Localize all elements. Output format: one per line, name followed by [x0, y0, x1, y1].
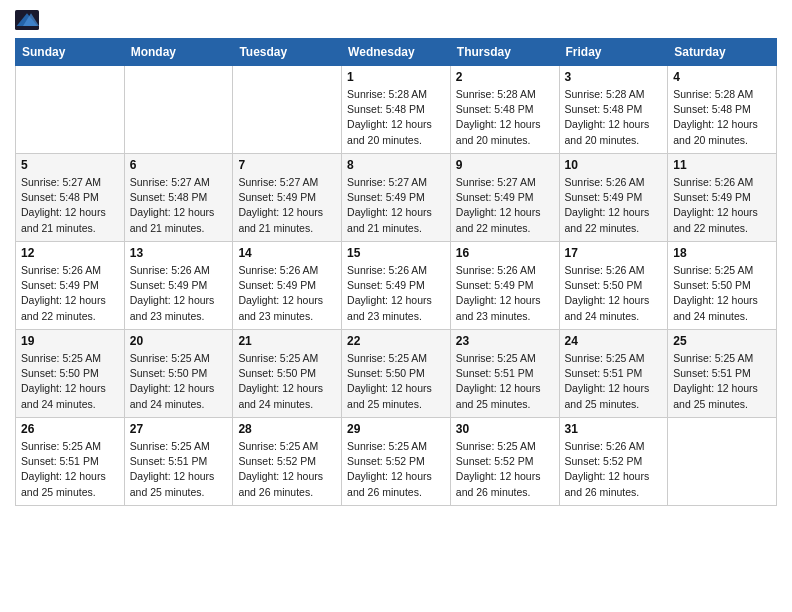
day-number: 9 — [456, 158, 554, 172]
day-info: Sunrise: 5:25 AMSunset: 5:51 PMDaylight:… — [130, 439, 228, 500]
day-cell: 18Sunrise: 5:25 AMSunset: 5:50 PMDayligh… — [668, 242, 777, 330]
day-number: 31 — [565, 422, 663, 436]
day-cell: 31Sunrise: 5:26 AMSunset: 5:52 PMDayligh… — [559, 418, 668, 506]
day-number: 23 — [456, 334, 554, 348]
day-info: Sunrise: 5:25 AMSunset: 5:50 PMDaylight:… — [130, 351, 228, 412]
day-number: 3 — [565, 70, 663, 84]
day-number: 24 — [565, 334, 663, 348]
day-info: Sunrise: 5:27 AMSunset: 5:48 PMDaylight:… — [21, 175, 119, 236]
day-cell — [16, 66, 125, 154]
day-cell: 24Sunrise: 5:25 AMSunset: 5:51 PMDayligh… — [559, 330, 668, 418]
day-number: 19 — [21, 334, 119, 348]
day-number: 13 — [130, 246, 228, 260]
day-cell: 25Sunrise: 5:25 AMSunset: 5:51 PMDayligh… — [668, 330, 777, 418]
day-cell: 8Sunrise: 5:27 AMSunset: 5:49 PMDaylight… — [342, 154, 451, 242]
day-cell: 13Sunrise: 5:26 AMSunset: 5:49 PMDayligh… — [124, 242, 233, 330]
day-cell: 2Sunrise: 5:28 AMSunset: 5:48 PMDaylight… — [450, 66, 559, 154]
day-info: Sunrise: 5:26 AMSunset: 5:49 PMDaylight:… — [347, 263, 445, 324]
day-info: Sunrise: 5:26 AMSunset: 5:49 PMDaylight:… — [238, 263, 336, 324]
day-info: Sunrise: 5:25 AMSunset: 5:51 PMDaylight:… — [565, 351, 663, 412]
day-info: Sunrise: 5:25 AMSunset: 5:52 PMDaylight:… — [238, 439, 336, 500]
day-info: Sunrise: 5:25 AMSunset: 5:51 PMDaylight:… — [21, 439, 119, 500]
day-info: Sunrise: 5:25 AMSunset: 5:50 PMDaylight:… — [238, 351, 336, 412]
logo-icon — [15, 10, 39, 30]
day-info: Sunrise: 5:25 AMSunset: 5:50 PMDaylight:… — [673, 263, 771, 324]
day-info: Sunrise: 5:27 AMSunset: 5:49 PMDaylight:… — [347, 175, 445, 236]
day-number: 11 — [673, 158, 771, 172]
day-info: Sunrise: 5:26 AMSunset: 5:49 PMDaylight:… — [565, 175, 663, 236]
day-cell: 27Sunrise: 5:25 AMSunset: 5:51 PMDayligh… — [124, 418, 233, 506]
day-cell: 11Sunrise: 5:26 AMSunset: 5:49 PMDayligh… — [668, 154, 777, 242]
day-number: 8 — [347, 158, 445, 172]
day-cell: 21Sunrise: 5:25 AMSunset: 5:50 PMDayligh… — [233, 330, 342, 418]
day-info: Sunrise: 5:27 AMSunset: 5:49 PMDaylight:… — [238, 175, 336, 236]
day-cell: 15Sunrise: 5:26 AMSunset: 5:49 PMDayligh… — [342, 242, 451, 330]
day-number: 17 — [565, 246, 663, 260]
day-cell — [124, 66, 233, 154]
week-row-3: 12Sunrise: 5:26 AMSunset: 5:49 PMDayligh… — [16, 242, 777, 330]
day-cell: 7Sunrise: 5:27 AMSunset: 5:49 PMDaylight… — [233, 154, 342, 242]
week-row-4: 19Sunrise: 5:25 AMSunset: 5:50 PMDayligh… — [16, 330, 777, 418]
header-thursday: Thursday — [450, 39, 559, 66]
header-saturday: Saturday — [668, 39, 777, 66]
day-number: 25 — [673, 334, 771, 348]
day-info: Sunrise: 5:25 AMSunset: 5:50 PMDaylight:… — [347, 351, 445, 412]
day-cell: 19Sunrise: 5:25 AMSunset: 5:50 PMDayligh… — [16, 330, 125, 418]
header-friday: Friday — [559, 39, 668, 66]
page-header — [15, 10, 777, 30]
day-cell: 28Sunrise: 5:25 AMSunset: 5:52 PMDayligh… — [233, 418, 342, 506]
header-tuesday: Tuesday — [233, 39, 342, 66]
day-info: Sunrise: 5:26 AMSunset: 5:50 PMDaylight:… — [565, 263, 663, 324]
day-cell: 20Sunrise: 5:25 AMSunset: 5:50 PMDayligh… — [124, 330, 233, 418]
day-cell: 9Sunrise: 5:27 AMSunset: 5:49 PMDaylight… — [450, 154, 559, 242]
day-cell: 4Sunrise: 5:28 AMSunset: 5:48 PMDaylight… — [668, 66, 777, 154]
day-info: Sunrise: 5:26 AMSunset: 5:49 PMDaylight:… — [21, 263, 119, 324]
header-sunday: Sunday — [16, 39, 125, 66]
day-info: Sunrise: 5:25 AMSunset: 5:52 PMDaylight:… — [456, 439, 554, 500]
header-monday: Monday — [124, 39, 233, 66]
day-cell: 16Sunrise: 5:26 AMSunset: 5:49 PMDayligh… — [450, 242, 559, 330]
day-number: 14 — [238, 246, 336, 260]
day-cell: 12Sunrise: 5:26 AMSunset: 5:49 PMDayligh… — [16, 242, 125, 330]
day-cell: 10Sunrise: 5:26 AMSunset: 5:49 PMDayligh… — [559, 154, 668, 242]
day-info: Sunrise: 5:27 AMSunset: 5:49 PMDaylight:… — [456, 175, 554, 236]
day-info: Sunrise: 5:28 AMSunset: 5:48 PMDaylight:… — [347, 87, 445, 148]
day-cell — [233, 66, 342, 154]
day-info: Sunrise: 5:26 AMSunset: 5:49 PMDaylight:… — [456, 263, 554, 324]
day-info: Sunrise: 5:25 AMSunset: 5:51 PMDaylight:… — [673, 351, 771, 412]
day-cell: 22Sunrise: 5:25 AMSunset: 5:50 PMDayligh… — [342, 330, 451, 418]
day-number: 2 — [456, 70, 554, 84]
day-number: 15 — [347, 246, 445, 260]
day-number: 27 — [130, 422, 228, 436]
day-info: Sunrise: 5:26 AMSunset: 5:49 PMDaylight:… — [130, 263, 228, 324]
day-number: 30 — [456, 422, 554, 436]
logo — [15, 10, 42, 30]
day-cell: 30Sunrise: 5:25 AMSunset: 5:52 PMDayligh… — [450, 418, 559, 506]
calendar-table: SundayMondayTuesdayWednesdayThursdayFrid… — [15, 38, 777, 506]
day-number: 5 — [21, 158, 119, 172]
day-number: 29 — [347, 422, 445, 436]
calendar-header-row: SundayMondayTuesdayWednesdayThursdayFrid… — [16, 39, 777, 66]
day-number: 12 — [21, 246, 119, 260]
day-info: Sunrise: 5:25 AMSunset: 5:52 PMDaylight:… — [347, 439, 445, 500]
day-number: 10 — [565, 158, 663, 172]
day-number: 7 — [238, 158, 336, 172]
day-cell: 3Sunrise: 5:28 AMSunset: 5:48 PMDaylight… — [559, 66, 668, 154]
day-cell: 1Sunrise: 5:28 AMSunset: 5:48 PMDaylight… — [342, 66, 451, 154]
week-row-2: 5Sunrise: 5:27 AMSunset: 5:48 PMDaylight… — [16, 154, 777, 242]
day-cell: 17Sunrise: 5:26 AMSunset: 5:50 PMDayligh… — [559, 242, 668, 330]
header-wednesday: Wednesday — [342, 39, 451, 66]
day-info: Sunrise: 5:26 AMSunset: 5:52 PMDaylight:… — [565, 439, 663, 500]
day-info: Sunrise: 5:25 AMSunset: 5:51 PMDaylight:… — [456, 351, 554, 412]
day-info: Sunrise: 5:26 AMSunset: 5:49 PMDaylight:… — [673, 175, 771, 236]
day-cell: 29Sunrise: 5:25 AMSunset: 5:52 PMDayligh… — [342, 418, 451, 506]
day-cell: 26Sunrise: 5:25 AMSunset: 5:51 PMDayligh… — [16, 418, 125, 506]
day-cell: 14Sunrise: 5:26 AMSunset: 5:49 PMDayligh… — [233, 242, 342, 330]
day-cell: 6Sunrise: 5:27 AMSunset: 5:48 PMDaylight… — [124, 154, 233, 242]
week-row-5: 26Sunrise: 5:25 AMSunset: 5:51 PMDayligh… — [16, 418, 777, 506]
day-cell — [668, 418, 777, 506]
day-number: 20 — [130, 334, 228, 348]
day-number: 22 — [347, 334, 445, 348]
day-number: 28 — [238, 422, 336, 436]
day-number: 18 — [673, 246, 771, 260]
